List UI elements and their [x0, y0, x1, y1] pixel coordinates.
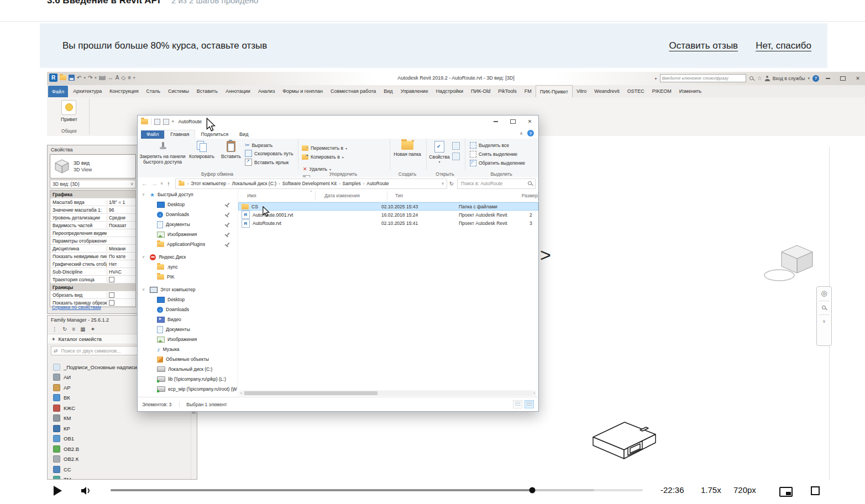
sidebar-item[interactable]: .sync: [138, 262, 238, 272]
refresh-icon[interactable]: ↻: [449, 181, 454, 187]
column-header[interactable]: Размер: [522, 191, 538, 200]
cut-button[interactable]: ✂ Вырезать: [245, 142, 293, 148]
type-selector[interactable]: 3D вид 3D View: [50, 154, 136, 179]
sidebar-item[interactable]: Локальный диск (C:): [138, 364, 238, 374]
measure-icon[interactable]: ↔: [108, 74, 113, 82]
property-row[interactable]: Дисциплина Механи: [50, 245, 135, 253]
column-header[interactable]: Имя: [238, 191, 316, 200]
sidebar-item[interactable]: Быстрый доступ: [138, 190, 238, 200]
sidebar-item[interactable]: Downloads: [138, 305, 238, 314]
scrollbar-thumb[interactable]: [244, 391, 378, 395]
qat-customize-icon[interactable]: ▾: [133, 76, 135, 80]
revit-tab[interactable]: Сталь: [143, 85, 164, 97]
revit-tab[interactable]: ПИК-Old: [467, 85, 494, 97]
revit-tab[interactable]: Архитектура: [69, 85, 106, 97]
back-icon[interactable]: ←: [141, 180, 148, 187]
sidebar-item[interactable]: Объемные объекты: [138, 354, 238, 364]
redo-caret-icon[interactable]: ▾: [95, 76, 97, 80]
revit-tab[interactable]: PIKEOM: [648, 85, 675, 97]
explorer-tab[interactable]: Файл: [141, 130, 164, 139]
family-category-item[interactable]: СС: [48, 464, 191, 475]
print-icon[interactable]: [99, 76, 106, 80]
explorer-tab[interactable]: Вид: [234, 130, 254, 139]
revit-tab[interactable]: Системы: [164, 85, 193, 97]
sidebar-scroll-down-icon[interactable]: ∨: [232, 389, 235, 393]
revit-tab[interactable]: Управление: [397, 85, 432, 97]
tree-view-icon[interactable]: ≡: [72, 326, 75, 332]
undo-icon[interactable]: ↶: [77, 74, 81, 82]
favorites-star-icon[interactable]: ☆: [757, 75, 762, 81]
revit-tab[interactable]: Weandrevit: [590, 85, 623, 97]
family-category-item[interactable]: ОВ2.В: [48, 444, 191, 454]
minimize-icon[interactable]: [487, 116, 504, 128]
column-header[interactable]: Тип: [387, 191, 522, 200]
dismiss-link[interactable]: Нет, спасибо: [756, 40, 811, 51]
signin-label[interactable]: Вход в службы: [773, 76, 805, 81]
steering-wheel-icon[interactable]: ◎: [821, 290, 827, 297]
revit-tab[interactable]: PikTools: [494, 85, 521, 97]
infocenter-search-input[interactable]: [660, 74, 746, 82]
revit-tab[interactable]: OSTEC: [623, 85, 648, 97]
breadcrumb-segment[interactable]: › Samples: [337, 181, 361, 186]
qat-properties-icon[interactable]: [154, 119, 160, 125]
revit-tab[interactable]: Надстройки: [432, 85, 467, 97]
signin-caret-icon[interactable]: ▾: [808, 76, 810, 81]
play-button[interactable]: [54, 486, 62, 496]
list-view-toggle[interactable]: [513, 400, 522, 408]
sidebar-item[interactable]: ecp_wip (\\picompany.ru\root) (W: [138, 384, 238, 394]
select-all-button[interactable]: Выделить все: [470, 142, 525, 149]
section-icon[interactable]: ≡: [128, 74, 131, 82]
revit-tab[interactable]: Изменить: [675, 85, 706, 97]
property-row[interactable]: Графика: [50, 191, 135, 198]
family-category-item[interactable]: ОВ1: [48, 434, 191, 444]
scrubber-handle[interactable]: [529, 487, 535, 494]
menu-dots-icon[interactable]: ⋮: [52, 326, 57, 332]
explorer-search-input[interactable]: [460, 180, 527, 187]
scroll-left-icon[interactable]: ‹: [239, 391, 243, 396]
property-row[interactable]: Параметры отображения гр...: [50, 237, 135, 245]
property-row[interactable]: Значение масштаба 1: 96: [50, 206, 135, 214]
revit-tab[interactable]: Конструкция: [106, 85, 142, 97]
3d-view-icon[interactable]: ◇: [121, 74, 125, 82]
help-icon[interactable]: ?: [527, 130, 534, 136]
pin-quick-access-button[interactable]: Закрепить на панели быстрого доступа: [139, 139, 186, 165]
family-category-item[interactable]: ТМ: [48, 475, 191, 480]
explorer-tab[interactable]: Поделиться: [195, 130, 234, 139]
details-view-toggle[interactable]: [525, 400, 534, 408]
property-row[interactable]: Границы: [50, 284, 135, 291]
restore-icon[interactable]: [837, 74, 849, 83]
help-icon[interactable]: ?: [812, 75, 819, 82]
property-row[interactable]: Переопределения видимост...: [50, 229, 135, 237]
search-icon[interactable]: [527, 181, 533, 186]
sidebar-item[interactable]: Этот компьютер: [138, 285, 238, 295]
property-row[interactable]: Траектория солнца: [50, 276, 135, 284]
revit-tab[interactable]: Файл: [48, 86, 68, 97]
sidebar-item[interactable]: Изображения: [138, 334, 238, 344]
column-header[interactable]: Дата изменения: [316, 191, 387, 200]
revit-tab[interactable]: Вид: [380, 85, 396, 97]
viewcube[interactable]: [764, 241, 819, 286]
revit-logo-icon[interactable]: R: [49, 74, 57, 82]
close-icon[interactable]: ✕: [521, 116, 538, 128]
favorite-icon[interactable]: ✦: [91, 326, 95, 332]
sidebar-item[interactable]: Видео: [138, 314, 238, 324]
file-row[interactable]: AutoRoute.rvt 02.10.2025 15:41 Проект Au…: [238, 219, 538, 228]
select-none-button[interactable]: Снять выделение: [470, 151, 525, 158]
account-icon[interactable]: [765, 76, 770, 81]
infocenter-chevron-icon[interactable]: ▸: [655, 76, 657, 81]
file-row[interactable]: CS 02.10.2025 15:43 Папка с файлами: [238, 202, 538, 211]
family-category-item[interactable]: КР: [48, 423, 191, 434]
quality-button[interactable]: 720px: [733, 485, 756, 495]
grid-view-icon[interactable]: ▦: [80, 326, 85, 332]
revit-tab[interactable]: Аннотации: [222, 85, 254, 97]
qat-new-folder-icon[interactable]: [163, 119, 169, 125]
speed-button[interactable]: 1.75x: [701, 485, 721, 495]
pip-button[interactable]: [779, 487, 793, 497]
breadcrumb[interactable]: › Этот компьютер › Локальный диск (C:): [175, 179, 447, 189]
copy-path-button[interactable]: Скопировать путь: [245, 150, 293, 157]
maximize-icon[interactable]: [504, 116, 521, 128]
qat-customize-icon[interactable]: ▾: [172, 119, 174, 124]
sidebar-item[interactable]: Яндекс.Диск: [138, 252, 238, 262]
minimize-icon[interactable]: [822, 74, 834, 83]
collapse-ribbon-icon[interactable]: ∧: [520, 131, 523, 136]
